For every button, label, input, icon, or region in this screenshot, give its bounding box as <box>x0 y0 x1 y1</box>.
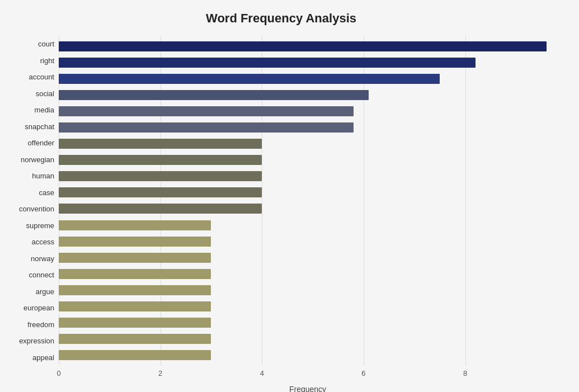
bar-connect <box>59 269 211 279</box>
bar-norwegian <box>59 155 262 165</box>
y-label: account <box>29 70 54 84</box>
y-label: expression <box>19 334 54 348</box>
bar-row <box>59 284 557 296</box>
y-label: case <box>39 185 54 200</box>
bottom-section: 02468 Frequency <box>6 369 557 392</box>
bar-row <box>59 219 557 232</box>
bar-court <box>59 41 547 51</box>
bar-row <box>59 202 557 215</box>
bar-media <box>59 106 354 116</box>
bar-row <box>59 268 557 280</box>
bar-human <box>59 171 262 181</box>
bar-row <box>59 300 557 313</box>
y-label: european <box>23 301 54 315</box>
bar-row <box>59 138 557 150</box>
y-label: human <box>32 169 54 183</box>
bar-snapchat <box>59 122 354 133</box>
chart-title: Word Frequency Analysis <box>6 11 557 26</box>
y-label: norway <box>31 251 54 266</box>
bar-row <box>59 154 557 166</box>
bar-row <box>59 73 557 85</box>
bar-freedom <box>59 318 211 328</box>
grid-and-bars <box>59 36 557 366</box>
bar-row <box>59 333 557 345</box>
bar-row <box>59 56 557 69</box>
bar-row <box>59 186 557 199</box>
bar-row <box>59 105 557 117</box>
bar-row <box>59 235 557 248</box>
y-label: freedom <box>27 317 54 332</box>
x-tick: 4 <box>260 369 264 377</box>
bar-row <box>59 349 557 361</box>
y-axis: courtrightaccountsocialmediasnapchatoffe… <box>6 36 59 366</box>
y-label: court <box>38 37 54 51</box>
bar-supreme <box>59 220 211 230</box>
x-tick: 2 <box>158 369 162 377</box>
x-tick: 8 <box>463 369 467 377</box>
bars-wrapper <box>59 36 557 366</box>
y-label: norwegian <box>21 152 54 167</box>
bar-convention <box>59 204 262 214</box>
bar-european <box>59 301 211 311</box>
bar-account <box>59 74 440 84</box>
y-label: right <box>40 53 54 68</box>
bar-row <box>59 121 557 134</box>
bar-access <box>59 237 211 247</box>
y-label: access <box>32 235 54 249</box>
bar-row <box>59 252 557 264</box>
x-axis-title: Frequency <box>59 385 557 392</box>
bar-offender <box>59 139 262 149</box>
y-label: supreme <box>26 218 54 233</box>
x-tick: 6 <box>361 369 365 377</box>
chart-container: Word Frequency Analysis courtrightaccoun… <box>0 0 579 392</box>
bar-right <box>59 58 476 68</box>
y-label: connect <box>29 268 54 282</box>
bar-case <box>59 187 262 197</box>
bar-appeal <box>59 350 211 360</box>
bar-norway <box>59 253 211 263</box>
bars-section <box>59 36 557 366</box>
y-label: offender <box>28 136 54 150</box>
y-label: appeal <box>32 350 54 365</box>
bar-row <box>59 170 557 182</box>
bar-row <box>59 40 557 53</box>
bar-row <box>59 89 557 101</box>
bar-expression <box>59 334 211 344</box>
y-label: snapchat <box>25 119 54 134</box>
bar-row <box>59 317 557 329</box>
bar-social <box>59 90 369 100</box>
y-label: argue <box>36 284 54 299</box>
y-label: media <box>35 103 54 117</box>
bar-argue <box>59 285 211 295</box>
y-label: social <box>36 86 54 101</box>
y-label: convention <box>19 202 54 216</box>
x-tick: 0 <box>57 369 60 377</box>
x-axis-labels: 02468 <box>59 369 557 382</box>
